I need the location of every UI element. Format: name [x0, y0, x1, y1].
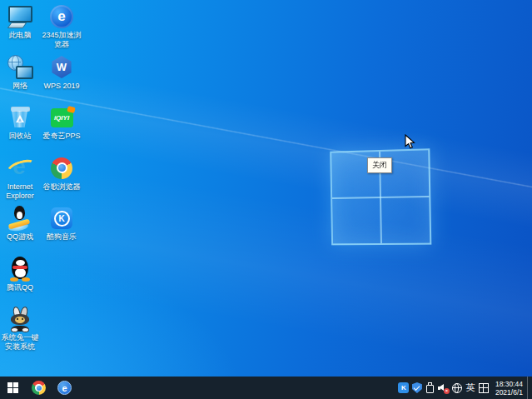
qq-game-penguin-icon	[7, 206, 33, 231]
kugou-tray-icon: K	[398, 382, 409, 393]
mute-badge: ×	[444, 388, 450, 394]
wps-hexagon-icon: W	[48, 55, 75, 80]
ime-language-indicator: 英	[465, 382, 475, 394]
mouse-cursor	[405, 134, 416, 150]
taskbar: e K ×	[0, 377, 532, 399]
taskbar-2345-browser-button[interactable]: e	[52, 377, 77, 399]
penguin-foot	[22, 277, 30, 282]
volume-muted-icon: ×	[438, 382, 450, 394]
bin-shape	[10, 106, 30, 129]
desktop-icon-tencent-qq[interactable]: 腾讯QQ	[0, 257, 40, 307]
chrome-circle-icon	[48, 156, 75, 181]
network-globe-monitor-icon	[7, 55, 33, 80]
computer-monitor-icon	[7, 4, 33, 29]
e-glyph: e	[57, 8, 65, 25]
ie-shape: e	[7, 157, 32, 180]
icon-label: 网络	[12, 82, 27, 91]
desktop-icon-chrome[interactable]: 谷歌浏览器	[42, 156, 82, 207]
hexagon-shape: W	[51, 56, 73, 78]
kugou-k-circle-icon: K	[48, 206, 75, 231]
qq-penguin-icon	[7, 257, 33, 282]
recycle-symbol	[16, 115, 24, 122]
ie-yellow-ring	[4, 156, 39, 182]
recycle-bin-icon	[7, 105, 33, 130]
monitor-screen	[8, 6, 32, 22]
icon-label: 酷狗音乐	[47, 232, 77, 242]
ie-blue-e-icon: e	[7, 156, 33, 181]
e-glyph: e	[62, 383, 67, 393]
tray-volume-button[interactable]: ×	[437, 377, 450, 399]
desktop-icon-iqiyi[interactable]: iQIYI 爱奇艺PPS	[42, 105, 82, 156]
system-rabbit-icon	[7, 307, 33, 332]
windows-flag-icon	[7, 382, 18, 393]
taskbar-chrome-button[interactable]	[26, 377, 52, 399]
icon-label: QQ游戏	[7, 232, 33, 242]
globe-parallel	[7, 62, 21, 62]
iqiyi-green-icon: iQIYI	[48, 105, 75, 130]
kugou-square: K	[51, 207, 72, 229]
penguin-surfboard	[7, 206, 32, 231]
desktop-icon-recycle-bin[interactable]: 回收站	[0, 105, 40, 156]
usb-body	[426, 385, 434, 393]
desktop-icon-qq-game[interactable]: QQ游戏	[0, 206, 40, 257]
iqiyi-orange-tab	[67, 106, 75, 113]
desktop-icon-this-pc[interactable]: 此电脑	[0, 4, 40, 55]
rabbit-paw	[22, 327, 29, 332]
penguin-scarf	[12, 266, 27, 269]
show-desktop-button[interactable]	[527, 377, 532, 399]
taskbar-clock[interactable]: 18:30:44 2021/6/1	[490, 380, 527, 397]
clock-time: 18:30:44	[495, 380, 523, 388]
tray-ime-grid-button[interactable]	[477, 377, 490, 399]
icon-label: 谷歌浏览器	[43, 182, 81, 192]
chrome-icon	[32, 381, 46, 395]
desktop-icon-2345-browser[interactable]: e 2345加速浏览器	[42, 4, 82, 55]
windows-desktop: 此电脑 e 2345加速浏览器 网络 W WPS 2019	[0, 0, 532, 399]
chrome-logo	[51, 157, 72, 179]
icon-label: WPS 2019	[43, 82, 79, 91]
clock-date: 2021/6/1	[495, 388, 523, 397]
desktop-icon-wps[interactable]: W WPS 2019	[42, 55, 82, 106]
speaker-cone	[439, 384, 444, 391]
k-glyph: K	[58, 214, 64, 223]
icon-label: 此电脑	[9, 31, 32, 40]
desktop-icon-network[interactable]: 网络	[0, 55, 40, 106]
iqiyi-logo-text: iQIYI	[54, 114, 69, 122]
penguin-face	[16, 260, 25, 266]
desktop-icon-internet-explorer[interactable]: e Internet Explorer	[0, 156, 40, 207]
icon-label: 系统兔一键安装系统	[0, 333, 40, 352]
rabbit-face	[15, 317, 25, 323]
icon-label: 腾讯QQ	[7, 283, 33, 292]
desktop-icon-kugou[interactable]: K 酷狗音乐	[42, 206, 82, 257]
tooltip: 关闭	[367, 157, 392, 173]
e-glyph-circle: e	[50, 5, 73, 28]
monitor-shape	[16, 66, 33, 79]
penguin-shape	[9, 257, 31, 282]
desktop-icon-grid: 此电脑 e 2345加速浏览器 网络 W WPS 2019	[0, 4, 82, 357]
k-glyph: K	[401, 384, 406, 392]
security-shield-icon	[412, 382, 422, 393]
iqiyi-badge: iQIYI	[51, 108, 73, 127]
penguin-belly	[15, 268, 26, 277]
tray-security-button[interactable]	[410, 377, 424, 399]
icon-label: 爱奇艺PPS	[42, 132, 80, 141]
usb-device-icon	[426, 382, 434, 393]
tray-usb-button[interactable]	[424, 377, 437, 399]
icon-label: Internet Explorer	[0, 182, 40, 201]
desktop-icon-system-rabbit[interactable]: 系统兔一键安装系统	[0, 307, 40, 357]
2345-browser-e-icon: e	[57, 381, 72, 395]
rabbit-shape	[7, 307, 32, 332]
keyboard-shape	[7, 22, 27, 28]
tray-ime-language-button[interactable]: 英	[464, 377, 477, 399]
network-globe-icon	[452, 383, 462, 393]
start-button[interactable]	[0, 377, 26, 399]
penguin-shape	[14, 206, 25, 220]
w-glyph: W	[57, 61, 67, 73]
tray-kugou-button[interactable]: K	[397, 377, 410, 399]
system-tray: K × 英	[397, 377, 532, 399]
rabbit-paw	[11, 327, 18, 332]
penguin-foot	[10, 277, 18, 282]
k-circle: K	[54, 211, 70, 227]
icon-label: 回收站	[9, 132, 32, 141]
tray-network-button[interactable]	[450, 377, 464, 399]
icon-label: 2345加速浏览器	[42, 31, 82, 49]
